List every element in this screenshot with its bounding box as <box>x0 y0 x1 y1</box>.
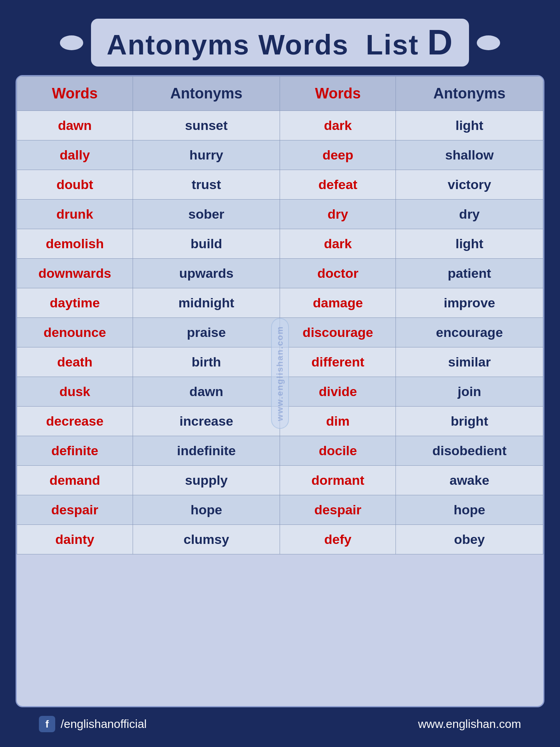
antonym-cell: increase <box>133 407 280 436</box>
antonym-cell: midnight <box>133 288 280 318</box>
letter-d: D <box>427 23 453 62</box>
antonym-cell: indefinite <box>133 436 280 466</box>
antonym-cell: trust <box>133 170 280 200</box>
table-row: dawnsunsetdarklight <box>17 111 543 140</box>
antonym-cell: build <box>133 229 280 259</box>
col2-header: Antonyms <box>133 77 280 111</box>
antonym-cell: awake <box>396 466 543 495</box>
word-cell: decrease <box>17 407 133 436</box>
word-cell: dark <box>280 111 396 140</box>
word-cell: dusk <box>17 377 133 407</box>
word-cell: dawn <box>17 111 133 140</box>
antonym-cell: patient <box>396 259 543 288</box>
antonym-cell: dry <box>396 200 543 229</box>
footer-social: f /englishanofficial <box>39 716 147 732</box>
word-cell: denounce <box>17 318 133 347</box>
table-row: downwardsupwardsdoctorpatient <box>17 259 543 288</box>
word-cell: dormant <box>280 466 396 495</box>
antonym-cell: birth <box>133 347 280 377</box>
table-row: duskdawndividejoin <box>17 377 543 407</box>
word-cell: death <box>17 347 133 377</box>
facebook-icon: f <box>39 716 55 732</box>
word-cell: downwards <box>17 259 133 288</box>
right-oval <box>477 35 500 50</box>
page-title: Antonyms Words List D <box>91 19 469 67</box>
table-row: denouncepraisediscourageencourage <box>17 318 543 347</box>
antonym-cell: dawn <box>133 377 280 407</box>
antonym-cell: victory <box>396 170 543 200</box>
table-row: decreaseincreasedimbright <box>17 407 543 436</box>
word-cell: dally <box>17 140 133 170</box>
table-row: definiteindefinitedociledisobedient <box>17 436 543 466</box>
antonym-cell: hurry <box>133 140 280 170</box>
word-cell: deep <box>280 140 396 170</box>
table-row: despairhopedespairhope <box>17 495 543 525</box>
word-cell: damage <box>280 288 396 318</box>
antonym-cell: sober <box>133 200 280 229</box>
word-cell: dark <box>280 229 396 259</box>
word-cell: despair <box>17 495 133 525</box>
antonym-cell: supply <box>133 466 280 495</box>
social-handle: /englishanofficial <box>61 717 147 731</box>
antonym-cell: hope <box>133 495 280 525</box>
word-cell: discourage <box>280 318 396 347</box>
table-row: drunksoberdrydry <box>17 200 543 229</box>
page-footer: f /englishanofficial www.englishan.com <box>16 709 544 739</box>
table-row: doubttrustdefeatvictory <box>17 170 543 200</box>
table-body: dawnsunsetdarklightdallyhurrydeepshallow… <box>17 111 543 554</box>
antonym-cell: join <box>396 377 543 407</box>
word-cell: demolish <box>17 229 133 259</box>
antonym-cell: clumsy <box>133 525 280 554</box>
antonyms-table: Words Antonyms Words Antonyms dawnsunset… <box>17 76 543 554</box>
antonym-cell: obey <box>396 525 543 554</box>
table-container: Words Antonyms Words Antonyms dawnsunset… <box>16 75 544 707</box>
word-cell: docile <box>280 436 396 466</box>
table-row: daintyclumsydefyobey <box>17 525 543 554</box>
word-cell: definite <box>17 436 133 466</box>
table-header-row: Words Antonyms Words Antonyms <box>17 77 543 111</box>
antonym-cell: encourage <box>396 318 543 347</box>
word-cell: defeat <box>280 170 396 200</box>
antonym-cell: light <box>396 111 543 140</box>
col4-header: Antonyms <box>396 77 543 111</box>
word-cell: despair <box>280 495 396 525</box>
antonym-cell: similar <box>396 347 543 377</box>
word-cell: drunk <box>17 200 133 229</box>
footer-website: www.englishan.com <box>418 717 521 731</box>
word-cell: different <box>280 347 396 377</box>
table-row: dallyhurrydeepshallow <box>17 140 543 170</box>
antonym-cell: hope <box>396 495 543 525</box>
col1-header: Words <box>17 77 133 111</box>
table-row: daytimemidnightdamageimprove <box>17 288 543 318</box>
left-oval <box>60 35 83 50</box>
table-row: deathbirthdifferentsimilar <box>17 347 543 377</box>
word-cell: dainty <box>17 525 133 554</box>
word-cell: doctor <box>280 259 396 288</box>
antonym-cell: praise <box>133 318 280 347</box>
word-cell: demand <box>17 466 133 495</box>
word-cell: doubt <box>17 170 133 200</box>
antonym-cell: improve <box>396 288 543 318</box>
table-row: demolishbuilddarklight <box>17 229 543 259</box>
antonym-cell: disobedient <box>396 436 543 466</box>
word-cell: defy <box>280 525 396 554</box>
page-header: Antonyms Words List D <box>16 12 544 75</box>
word-cell: daytime <box>17 288 133 318</box>
word-cell: dry <box>280 200 396 229</box>
antonym-cell: sunset <box>133 111 280 140</box>
antonym-cell: light <box>396 229 543 259</box>
word-cell: dim <box>280 407 396 436</box>
table-row: demandsupplydormantawake <box>17 466 543 495</box>
col3-header: Words <box>280 77 396 111</box>
antonym-cell: upwards <box>133 259 280 288</box>
antonym-cell: bright <box>396 407 543 436</box>
antonym-cell: shallow <box>396 140 543 170</box>
word-cell: divide <box>280 377 396 407</box>
